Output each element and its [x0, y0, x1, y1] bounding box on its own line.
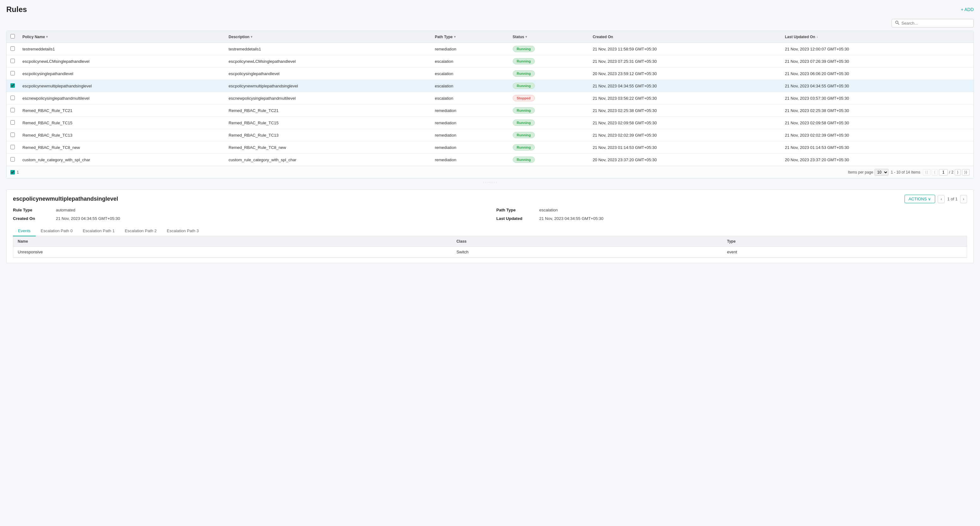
actions-button[interactable]: ACTIONS ∨ — [905, 195, 935, 203]
detail-next-btn[interactable]: › — [960, 195, 967, 203]
footer-checkbox[interactable] — [10, 170, 15, 175]
tab-escalation-path-2[interactable]: Escalation Path 2 — [120, 226, 162, 236]
last-page-btn[interactable]: ⟩⟩ — [962, 169, 970, 175]
row-policy-name: testremeddetails1 — [19, 43, 225, 55]
row-checkbox[interactable] — [10, 108, 15, 112]
table-footer: 1 Items per page 10 20 50 1 - 10 of 14 I… — [6, 166, 974, 178]
events-table-container: Name Class Type Unresponsive Switch even… — [13, 236, 967, 258]
last-updated-sort-icon[interactable]: ↓ — [816, 35, 818, 38]
events-col-type: Type — [723, 236, 967, 247]
status-badge: Running — [513, 144, 535, 151]
row-checkbox[interactable] — [10, 120, 15, 125]
row-path-type: escalation — [431, 92, 509, 105]
row-status: Running — [509, 117, 589, 129]
row-checkbox[interactable] — [10, 145, 15, 149]
description-filter-icon[interactable]: ▾ — [251, 35, 252, 38]
path-type-filter-icon[interactable]: ▾ — [454, 35, 456, 38]
row-checkbox[interactable] — [10, 71, 15, 75]
row-checkbox[interactable] — [10, 132, 15, 137]
row-status: Running — [509, 129, 589, 141]
items-per-page-select[interactable]: 10 20 50 — [875, 169, 888, 176]
actions-chevron-icon: ∨ — [928, 197, 931, 201]
row-created-on: 21 Nov, 2023 03:56:22 GMT+05:30 — [589, 92, 781, 105]
detail-tabs: EventsEscalation Path 0Escalation Path 1… — [13, 226, 967, 236]
events-table: Name Class Type Unresponsive Switch even… — [13, 236, 967, 257]
row-created-on: 21 Nov, 2023 02:02:39 GMT+05:30 — [589, 129, 781, 141]
table-row[interactable]: Remed_RBAC_Rule_TC15 Remed_RBAC_Rule_TC1… — [6, 117, 974, 129]
of-label: 1 of 1 — [947, 197, 958, 201]
row-policy-name: Remed_RBAC_Rule_TC8_new — [19, 141, 225, 154]
col-last-updated: Last Updated On ↓ — [781, 31, 974, 43]
events-tbody: Unresponsive Switch event — [13, 247, 967, 257]
table-row[interactable]: escpolicynewLCMsinglepathandlevel escpol… — [6, 55, 974, 68]
items-per-page: Items per page 10 20 50 — [848, 169, 888, 176]
col-path-type-label: Path Type — [435, 35, 452, 39]
prev-page-btn[interactable]: ⟨ — [932, 169, 938, 175]
row-path-type: escalation — [431, 80, 509, 92]
row-checkbox-cell — [6, 80, 19, 92]
row-path-type: remediation — [431, 141, 509, 154]
table-row[interactable]: testremeddetails1 testremeddetails1 reme… — [6, 43, 974, 55]
table-row[interactable]: escnewpolicysinglepathandmultilevel escn… — [6, 92, 974, 105]
events-col-name: Name — [13, 236, 452, 247]
current-page-input[interactable] — [939, 169, 948, 175]
table-row[interactable]: Remed_RBAC_Rule_TC13 Remed_RBAC_Rule_TC1… — [6, 129, 974, 141]
tab-escalation-path-3[interactable]: Escalation Path 3 — [162, 226, 204, 236]
table-row[interactable]: escpolicysinglepathandlevel escpolicysin… — [6, 68, 974, 80]
status-badge: Running — [513, 119, 535, 126]
table-row[interactable]: Remed_RBAC_Rule_TC21 Remed_RBAC_Rule_TC2… — [6, 105, 974, 117]
row-checkbox[interactable] — [10, 59, 15, 63]
row-checkbox[interactable] — [10, 46, 15, 51]
row-policy-name: Remed_RBAC_Rule_TC13 — [19, 129, 225, 141]
detail-fields: Rule Type automated Path Type escalation… — [13, 208, 967, 221]
row-policy-name: custom_rule_category_with_spl_char — [19, 154, 225, 166]
first-page-btn[interactable]: ⟨⟨ — [923, 169, 931, 175]
row-path-type: remediation — [431, 129, 509, 141]
row-created-on: 20 Nov, 2023 23:59:12 GMT+05:30 — [589, 68, 781, 80]
row-description: Remed_RBAC_Rule_TC15 — [225, 117, 431, 129]
row-status: Running — [509, 141, 589, 154]
row-last-updated: 20 Nov, 2023 23:37:20 GMT+05:30 — [781, 154, 974, 166]
tab-events[interactable]: Events — [13, 226, 36, 236]
page-container: Rules + ADD — [0, 0, 980, 268]
row-policy-name: Remed_RBAC_Rule_TC21 — [19, 105, 225, 117]
table-row[interactable]: Remed_RBAC_Rule_TC8_new Remed_RBAC_Rule_… — [6, 141, 974, 154]
row-status: Running — [509, 80, 589, 92]
svg-line-1 — [898, 23, 899, 25]
add-button[interactable]: + ADD — [961, 7, 974, 12]
table-row[interactable]: escpolicynewmultiplepathandsinglevel esc… — [6, 80, 974, 92]
items-per-page-label: Items per page — [848, 170, 873, 175]
row-created-on: 21 Nov, 2023 11:58:59 GMT+05:30 — [589, 43, 781, 55]
last-updated-value: 21 Nov, 2023 04:34:55 GMT+05:30 — [539, 216, 603, 221]
tab-escalation-path-0[interactable]: Escalation Path 0 — [36, 226, 78, 236]
policy-name-filter-icon[interactable]: ▾ — [46, 35, 48, 38]
page-nav: ⟨⟨ ⟨ / 2 ⟩ ⟩⟩ — [923, 169, 970, 175]
total-pages: 2 — [951, 170, 953, 175]
row-description: escpolicynewmultiplepathandsinglevel — [225, 80, 431, 92]
row-checkbox[interactable] — [10, 157, 15, 162]
selected-count-label: 1 — [10, 170, 19, 175]
row-path-type: remediation — [431, 43, 509, 55]
status-filter-icon[interactable]: ▾ — [525, 35, 527, 38]
select-all-checkbox[interactable] — [10, 34, 15, 38]
row-policy-name: escnewpolicysinglepathandmultilevel — [19, 92, 225, 105]
row-description: custom_rule_category_with_spl_char — [225, 154, 431, 166]
event-name: Unresponsive — [13, 247, 452, 257]
event-class: Switch — [452, 247, 723, 257]
status-badge: Running — [513, 46, 535, 52]
row-last-updated: 21 Nov, 2023 03:57:30 GMT+05:30 — [781, 92, 974, 105]
tab-escalation-path-1[interactable]: Escalation Path 1 — [78, 226, 120, 236]
detail-header: escpolicynewmultiplepathandsinglevel ACT… — [13, 195, 967, 203]
next-page-btn[interactable]: ⟩ — [955, 169, 961, 175]
search-input[interactable] — [901, 21, 970, 25]
row-checkbox[interactable] — [10, 95, 15, 100]
search-bar-row — [6, 19, 974, 27]
row-checkbox[interactable] — [10, 83, 15, 88]
detail-path-type-value: escalation — [539, 208, 558, 212]
status-badge: Running — [513, 70, 535, 77]
col-created-on-label: Created On — [593, 35, 613, 39]
drag-handle[interactable]: · · · · · · · — [6, 179, 974, 186]
table-row[interactable]: custom_rule_category_with_spl_char custo… — [6, 154, 974, 166]
detail-prev-btn[interactable]: ‹ — [938, 195, 945, 203]
rules-table: Policy Name ▾ Description ▾ Path Type — [6, 31, 974, 166]
